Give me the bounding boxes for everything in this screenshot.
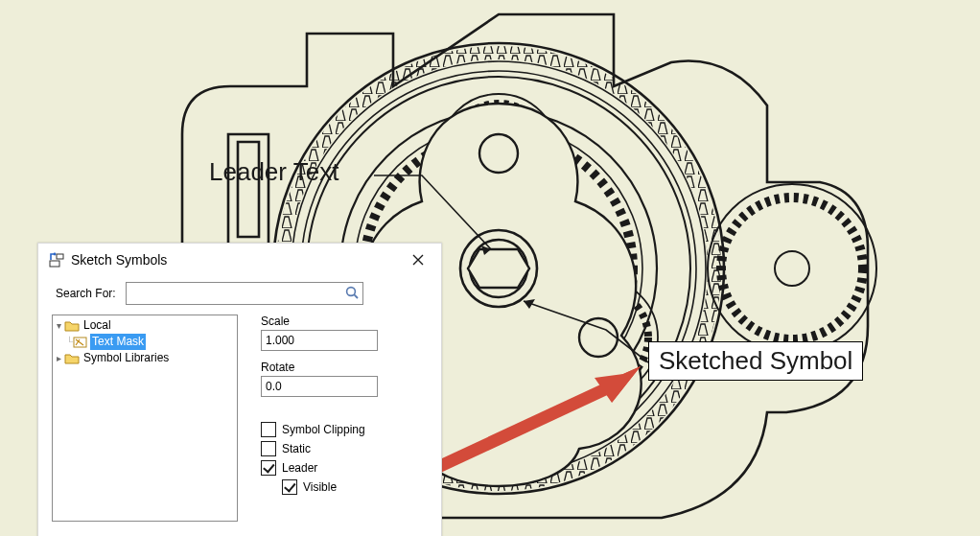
sketch-symbols-dialog: Sketch Symbols Search For: ▾ Loca [37,243,442,536]
rotate-label: Rotate [261,361,430,374]
checkbox-box [261,422,276,437]
svg-point-18 [479,134,518,173]
sketch-item-icon [73,336,88,349]
scale-label: Scale [261,315,430,328]
tree-branch-icon: └ [66,334,73,350]
tree-label-local: Local [82,317,113,334]
folder-icon [64,319,80,333]
rotate-input[interactable] [261,376,378,397]
svg-rect-28 [57,254,63,259]
leader-label: Leader [282,461,317,475]
svg-rect-26 [50,261,59,267]
folder-icon [64,352,80,365]
expand-toggle-icon[interactable]: ▾ [53,317,64,334]
search-icon[interactable] [344,285,360,300]
checkbox-box [261,460,276,476]
svg-point-27 [54,253,57,256]
visible-label: Visible [303,480,337,494]
symbol-properties: Scale Rotate Symbol Clipping Static Lead… [238,315,430,522]
static-checkbox[interactable]: Static [261,439,430,458]
dialog-title: Sketch Symbols [71,252,167,268]
visible-checkbox[interactable]: Visible [282,478,430,497]
expand-toggle-icon[interactable]: ▸ [53,350,64,366]
sketched-symbol-callout[interactable]: Sketched Symbol [648,341,863,381]
svg-point-20 [579,318,618,357]
checkbox-box [261,441,276,456]
leader-checkbox[interactable]: Leader [261,458,430,478]
scale-input[interactable] [261,330,378,351]
leader-text-callout[interactable]: Leader Text [209,157,338,187]
dialog-titlebar[interactable]: Sketch Symbols [38,244,441,276]
tree-label-symbol-libraries: Symbol Libraries [82,350,171,366]
close-icon [412,254,424,266]
tree-node-symbol-libraries[interactable]: ▸ Symbol Libraries [53,350,237,366]
tree-node-text-mask[interactable]: └ Text Mask [53,334,237,350]
search-box[interactable] [126,282,363,305]
tree-label-text-mask: Text Mask [90,334,146,350]
symbol-clipping-label: Symbol Clipping [282,423,365,436]
symbol-clipping-checkbox[interactable]: Symbol Clipping [261,420,430,439]
symbol-tree[interactable]: ▾ Local └ Text Mask ▸ Symbol Libra [52,315,238,522]
tree-node-local[interactable]: ▾ Local [53,317,237,334]
search-for-label: Search For: [56,287,116,300]
close-button[interactable] [401,246,435,273]
checkbox-box [282,479,297,495]
static-label: Static [282,442,311,455]
svg-point-29 [346,288,355,296]
sketch-symbol-icon [48,251,65,268]
search-input[interactable] [127,283,362,304]
